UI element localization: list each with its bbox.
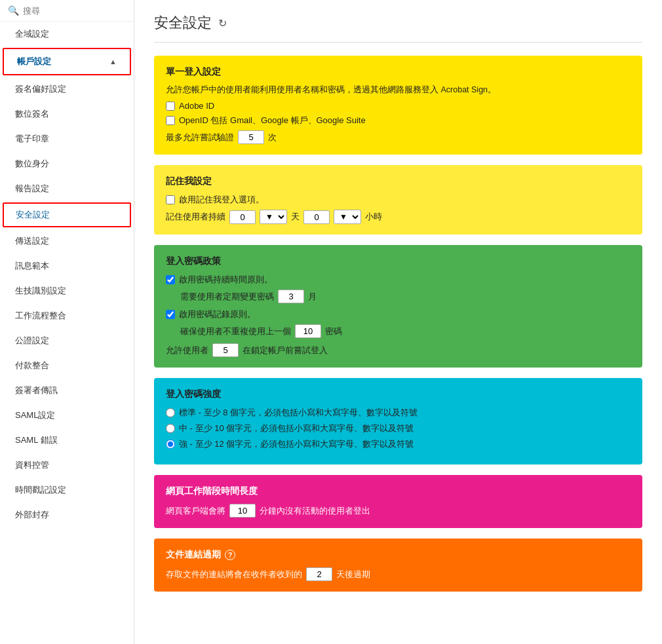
sidebar-item-workflow[interactable]: 工作流程整合	[0, 303, 134, 328]
max-attempts-suffix: 次	[268, 132, 277, 143]
expire-checkbox[interactable]	[166, 275, 175, 284]
remember-me-card: 記住我設定 啟用記住我登入選項。 記住使用者持續 ▼ 天 ▼ 小時	[154, 165, 642, 235]
max-attempts-row: 最多允許嘗試驗證 次	[166, 130, 631, 144]
session-timeout-row: 網頁客戶端會將 分鐘內沒有活動的使用者登出	[166, 504, 631, 518]
remember-me-checkbox-row: 啟用記住我登入選項。	[166, 194, 631, 206]
remember-me-title: 記住我設定	[166, 176, 631, 187]
doc-expiry-input[interactable]	[306, 567, 332, 581]
adobe-id-row: Adobe ID	[166, 101, 631, 111]
remember-me-duration-row: 記住使用者持續 ▼ 天 ▼ 小時	[166, 210, 631, 224]
password-policy-card: 登入密碼政策 啟用密碼持續時間原則。 需要使用者定期變更密碼 月 啟用密碼記錄原…	[154, 245, 642, 368]
sidebar-item-contacts[interactable]: 訊息範本	[0, 254, 134, 278]
strength-standard-row: 標準 - 至少 8 個字元，必須包括小寫和大寫字母、數字以及符號	[166, 407, 631, 419]
search-icon: 🔍	[8, 5, 19, 16]
days-input[interactable]	[229, 210, 256, 224]
main-content: 安全設定 ↻ 單一登入設定 允許您帳戶中的使用者能利用使用者名稱和密碼，透過其他…	[134, 0, 662, 644]
refresh-icon[interactable]: ↻	[218, 17, 227, 29]
doc-expiry-prefix: 存取文件的連結將會在收件者收到的	[166, 569, 302, 580]
expire-label: 啟用密碼持續時間原則。	[179, 274, 273, 286]
strength-strong-label: 強 - 至少 12 個字元，必須包括小寫和大寫字母、數字以及符號	[179, 438, 414, 450]
doc-expiry-card: 文件連結過期 ? 存取文件的連結將會在收件者收到的 天後過期	[154, 539, 642, 592]
password-strength-card: 登入密碼強度 標準 - 至少 8 個字元，必須包括小寫和大寫字母、數字以及符號 …	[154, 378, 642, 464]
lockout-suffix: 在鎖定帳戶前嘗試登入	[243, 345, 328, 356]
session-timeout-input[interactable]	[229, 504, 256, 518]
sidebar-item-account[interactable]: 帳戶設定 ▲	[3, 48, 131, 75]
expire-checkbox-row: 啟用密碼持續時間原則。	[166, 274, 631, 286]
password-policy-title: 登入密碼政策	[166, 256, 631, 267]
sidebar-item-saml-error[interactable]: SAML 錯誤	[0, 428, 134, 453]
sidebar-item-digital-identity[interactable]: 數位身分	[0, 151, 134, 176]
max-attempts-input[interactable]	[238, 130, 264, 144]
password-strength-title: 登入密碼強度	[166, 388, 631, 400]
sso-card-title: 單一登入設定	[166, 66, 631, 78]
sidebar-item-signature-pref[interactable]: 簽名偏好設定	[0, 77, 134, 102]
remember-me-label: 啟用記住我登入選項。	[179, 194, 264, 206]
sidebar-item-timestamp[interactable]: 時間戳記設定	[0, 478, 134, 502]
adobe-id-checkbox[interactable]	[166, 102, 175, 111]
session-suffix: 分鐘內沒有活動的使用者登出	[260, 505, 370, 517]
session-timeout-card: 網頁工作階段時間長度 網頁客戶端會將 分鐘內沒有活動的使用者登出	[154, 475, 642, 528]
strength-standard-label: 標準 - 至少 8 個字元，必須包括小寫和大寫字母、數字以及符號	[179, 407, 418, 419]
lockout-prefix: 允許使用者	[166, 345, 208, 356]
max-attempts-prefix: 最多允許嘗試驗證	[166, 132, 234, 143]
sidebar: 🔍 全域設定 帳戶設定 ▲ 簽名偏好設定 數位簽名 電子印章 數位身分 報告設定…	[0, 0, 134, 644]
expire-duration-row: 需要使用者定期變更密碼 月	[166, 290, 631, 303]
sidebar-item-digital-signature[interactable]: 數位簽名	[0, 102, 134, 126]
history-checkbox[interactable]	[166, 310, 175, 319]
sidebar-item-payment[interactable]: 付款整合	[0, 353, 134, 378]
history-suffix: 密碼	[325, 326, 342, 337]
expire-prefix: 需要使用者定期變更密碼	[180, 291, 274, 303]
sidebar-item-data-governance[interactable]: 資料控管	[0, 453, 134, 478]
strength-medium-row: 中 - 至少 10 個字元，必須包括小寫和大寫字母、數字以及符號	[166, 423, 631, 434]
history-count-row: 確保使用者不重複使用上一個 密碼	[166, 324, 631, 338]
duration-prefix: 記住使用者持續	[166, 211, 225, 223]
days-label: 天	[291, 211, 300, 223]
sidebar-item-send[interactable]: 傳送設定	[0, 229, 134, 254]
strength-standard-radio[interactable]	[166, 408, 175, 417]
hours-select[interactable]: ▼	[334, 210, 361, 224]
strength-medium-label: 中 - 至少 10 個字元，必須包括小寫和大寫字母、數字以及符號	[179, 423, 414, 434]
lockout-input[interactable]	[212, 343, 239, 357]
sidebar-item-external-archive[interactable]: 外部封存	[0, 502, 134, 527]
hours-input[interactable]	[303, 210, 330, 224]
doc-expiry-help-icon[interactable]: ?	[225, 550, 235, 560]
sidebar-item-report[interactable]: 報告設定	[0, 176, 134, 201]
adobe-id-label: Adobe ID	[179, 101, 214, 111]
expire-suffix: 月	[308, 291, 317, 303]
days-select[interactable]: ▼	[260, 210, 287, 224]
strength-strong-row: 強 - 至少 12 個字元，必須包括小寫和大寫字母、數字以及符號	[166, 438, 631, 450]
page-header: 安全設定 ↻	[154, 13, 642, 43]
remember-me-checkbox[interactable]	[166, 195, 175, 204]
search-bar[interactable]: 🔍	[0, 0, 134, 22]
openid-row: OpenID 包括 Gmail、Google 帳戶、Google Suite	[166, 115, 631, 126]
sidebar-item-biometric[interactable]: 生技識別設定	[0, 278, 134, 303]
sidebar-item-security[interactable]: 安全設定	[3, 202, 131, 227]
openid-checkbox[interactable]	[166, 116, 175, 125]
sidebar-item-stamp[interactable]: 電子印章	[0, 126, 134, 151]
sidebar-item-signer-comm[interactable]: 簽署者傳訊	[0, 378, 134, 403]
sidebar-item-saml[interactable]: SAML設定	[0, 403, 134, 428]
lockout-row: 允許使用者 在鎖定帳戶前嘗試登入	[166, 343, 631, 357]
expire-months-input[interactable]	[278, 290, 304, 303]
doc-expiry-row: 存取文件的連結將會在收件者收到的 天後過期	[166, 567, 631, 581]
history-checkbox-row: 啟用密碼記錄原則。	[166, 309, 631, 320]
page-title: 安全設定	[154, 13, 212, 33]
session-prefix: 網頁客戶端會將	[166, 505, 225, 517]
search-input[interactable]	[23, 6, 126, 16]
history-label: 啟用密碼記錄原則。	[179, 309, 256, 320]
session-timeout-title: 網頁工作階段時間長度	[166, 485, 631, 497]
strength-strong-radio[interactable]	[166, 440, 175, 449]
sidebar-item-global[interactable]: 全域設定	[0, 22, 134, 47]
chevron-up-icon: ▲	[109, 58, 117, 66]
strength-medium-radio[interactable]	[166, 424, 175, 433]
sso-card: 單一登入設定 允許您帳戶中的使用者能利用使用者名稱和密碼，透過其他網路服務登入 …	[154, 56, 642, 155]
doc-expiry-suffix: 天後過期	[336, 569, 370, 580]
doc-expiry-title: 文件連結過期 ?	[166, 549, 631, 561]
openid-label: OpenID 包括 Gmail、Google 帳戶、Google Suite	[179, 115, 366, 126]
history-count-input[interactable]	[295, 324, 321, 338]
history-prefix: 確保使用者不重複使用上一個	[180, 326, 291, 337]
sidebar-item-notarize[interactable]: 公證設定	[0, 328, 134, 353]
hours-label: 小時	[365, 211, 382, 223]
sso-card-desc: 允許您帳戶中的使用者能利用使用者名稱和密碼，透過其他網路服務登入 Acrobat…	[166, 85, 631, 96]
